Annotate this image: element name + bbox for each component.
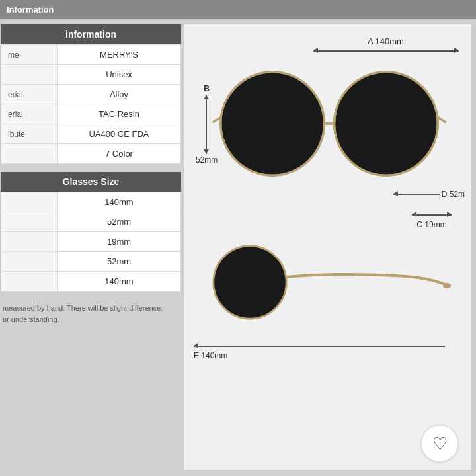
page-title: Information bbox=[7, 5, 54, 15]
note-line2: ur understanding. bbox=[3, 315, 60, 323]
svg-point-8 bbox=[214, 246, 286, 319]
note-text: measured by hand. There will be slight d… bbox=[0, 299, 182, 325]
table-row: Unisex bbox=[1, 65, 181, 85]
dim-d-container: D 52m bbox=[393, 190, 465, 199]
info-table-wrapper: information me MERRY'S Unisex erial bbox=[0, 24, 182, 165]
table-cell-label bbox=[1, 212, 58, 232]
size-section-header: Glasses Size bbox=[1, 172, 181, 192]
diagram-bottom: E 140mm bbox=[190, 243, 465, 362]
size-table-wrapper: Glasses Size 140mm 52mm 19mm bbox=[0, 171, 182, 292]
table-row: erial TAC Resin bbox=[1, 104, 181, 124]
table-cell-label bbox=[1, 144, 58, 164]
table-cell-label bbox=[1, 65, 58, 85]
table-row: 19mm bbox=[1, 232, 181, 252]
size-table: 140mm 52mm 19mm 52mm bbox=[1, 192, 181, 292]
dim-e-container: E 140mm bbox=[194, 343, 445, 360]
table-cell-value: Unisex bbox=[58, 65, 181, 85]
dim-e-label: E 140mm bbox=[194, 351, 227, 360]
table-cell-label bbox=[1, 192, 58, 212]
table-cell-label: me bbox=[1, 45, 58, 65]
right-panel: A 140mm B bbox=[183, 24, 472, 471]
table-row: 140mm bbox=[1, 192, 181, 212]
table-cell-value: 140mm bbox=[58, 192, 181, 212]
heart-icon: ♡ bbox=[432, 434, 448, 454]
table-row: ibute UA400 CE FDA bbox=[1, 124, 181, 144]
wishlist-button[interactable]: ♡ bbox=[421, 425, 458, 462]
table-cell-label bbox=[1, 272, 58, 292]
table-cell-label: erial bbox=[1, 104, 58, 124]
table-row: 52mm bbox=[1, 252, 181, 272]
table-row: 140mm bbox=[1, 272, 181, 292]
info-section-header: information bbox=[1, 24, 181, 44]
table-cell-label: ibute bbox=[1, 124, 58, 144]
svg-point-9 bbox=[443, 283, 451, 288]
table-cell-value: MERRY'S bbox=[58, 45, 181, 65]
dim-a-container: A 140mm bbox=[313, 36, 459, 54]
table-cell-value: Alloy bbox=[58, 85, 181, 104]
table-cell-value: 52mm bbox=[58, 252, 181, 272]
table-cell-value: 140mm bbox=[58, 272, 181, 292]
info-table: me MERRY'S Unisex erial Alloy erial bbox=[1, 44, 181, 164]
diagram-top: A 140mm B bbox=[190, 31, 465, 236]
table-cell-value: 19mm bbox=[58, 232, 181, 252]
top-bar: Information bbox=[0, 0, 476, 19]
dim-d-label: D 52m bbox=[442, 190, 465, 199]
table-row: 7 Color bbox=[1, 144, 181, 164]
table-cell-value: 52mm bbox=[58, 212, 181, 232]
table-row: me MERRY'S bbox=[1, 45, 181, 65]
main-content: information me MERRY'S Unisex erial bbox=[0, 19, 476, 476]
left-panel: information me MERRY'S Unisex erial bbox=[0, 19, 182, 476]
table-cell-value: UA400 CE FDA bbox=[58, 124, 181, 144]
table-cell-label: erial bbox=[1, 85, 58, 104]
glasses-front-view bbox=[207, 54, 465, 196]
table-cell-value: 7 Color bbox=[58, 144, 181, 164]
dim-c-label: C 19mm bbox=[416, 220, 446, 229]
note-line1: measured by hand. There will be slight d… bbox=[3, 304, 163, 312]
table-cell-value: TAC Resin bbox=[58, 104, 181, 124]
table-row: erial Alloy bbox=[1, 85, 181, 104]
dim-c-container: C 19mm bbox=[412, 212, 452, 229]
table-cell-label bbox=[1, 252, 58, 272]
table-row: 52mm bbox=[1, 212, 181, 232]
dim-a-label: A 140mm bbox=[313, 36, 459, 46]
svg-line-4 bbox=[438, 117, 446, 122]
table-cell-label bbox=[1, 232, 58, 252]
svg-line-3 bbox=[212, 117, 220, 122]
